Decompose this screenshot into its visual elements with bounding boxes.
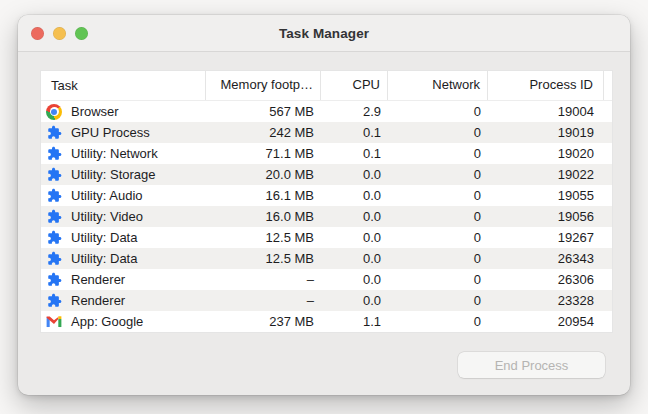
cell-network: 0 — [388, 185, 488, 206]
cell-pid: 23328 — [488, 290, 604, 311]
cell-memory: 20.0 MB — [206, 164, 321, 185]
cell-cpu: 0.0 — [321, 248, 388, 269]
cell-spacer — [604, 143, 612, 164]
cell-task: Utility: Data — [41, 248, 206, 269]
cell-pid: 19019 — [488, 122, 604, 143]
cell-spacer — [604, 311, 612, 332]
column-header-memory[interactable]: Memory footp… — [206, 71, 321, 100]
extension-puzzle-icon — [46, 230, 62, 246]
cell-task: Utility: Storage — [41, 164, 206, 185]
column-header-task[interactable]: Task — [41, 71, 206, 100]
cell-pid: 19004 — [488, 101, 604, 122]
cell-memory: 16.0 MB — [206, 206, 321, 227]
extension-puzzle-icon — [46, 125, 62, 141]
table-row[interactable]: Browser567 MB2.9019004 — [41, 101, 612, 122]
process-table: TaskMemory footp…CPUNetworkProcess ID Br… — [40, 70, 613, 333]
cell-pid: 19055 — [488, 185, 604, 206]
table-row[interactable]: Utility: Network71.1 MB0.1019020 — [41, 143, 612, 164]
table-row[interactable]: Utility: Storage20.0 MB0.0019022 — [41, 164, 612, 185]
cell-memory: 71.1 MB — [206, 143, 321, 164]
cell-task: Renderer — [41, 290, 206, 311]
cell-cpu: 0.0 — [321, 227, 388, 248]
end-process-button[interactable]: End Process — [458, 352, 605, 378]
cell-network: 0 — [388, 269, 488, 290]
cell-pid: 26306 — [488, 269, 604, 290]
cell-network: 0 — [388, 206, 488, 227]
task-label: Utility: Storage — [71, 164, 156, 185]
cell-network: 0 — [388, 122, 488, 143]
cell-spacer — [604, 248, 612, 269]
cell-pid: 26343 — [488, 248, 604, 269]
cell-spacer — [604, 269, 612, 290]
table-row[interactable]: Utility: Data12.5 MB0.0026343 — [41, 248, 612, 269]
table-row[interactable]: Renderer–0.0026306 — [41, 269, 612, 290]
cell-cpu: 0.0 — [321, 164, 388, 185]
cell-pid: 19020 — [488, 143, 604, 164]
cell-spacer — [604, 185, 612, 206]
table-row[interactable]: App: Google237 MB1.1020954 — [41, 311, 612, 332]
cell-pid: 19267 — [488, 227, 604, 248]
extension-puzzle-icon — [46, 272, 62, 288]
column-header-pid[interactable]: Process ID — [488, 71, 604, 100]
cell-cpu: 0.0 — [321, 206, 388, 227]
cell-pid: 20954 — [488, 311, 604, 332]
task-label: Browser — [71, 101, 119, 122]
window-titlebar[interactable]: Task Manager — [18, 15, 630, 52]
cell-task: Browser — [41, 101, 206, 122]
cell-spacer — [604, 101, 612, 122]
extension-puzzle-icon — [46, 251, 62, 267]
extension-puzzle-icon — [46, 167, 62, 183]
cell-cpu: 2.9 — [321, 101, 388, 122]
cell-spacer — [604, 164, 612, 185]
column-header-cpu[interactable]: CPU — [321, 71, 388, 100]
cell-task: Utility: Audio — [41, 185, 206, 206]
cell-cpu: 0.0 — [321, 269, 388, 290]
cell-cpu: 1.1 — [321, 311, 388, 332]
column-header-network[interactable]: Network — [388, 71, 488, 100]
task-label: Utility: Network — [71, 143, 158, 164]
cell-task: Utility: Network — [41, 143, 206, 164]
cell-cpu: 0.1 — [321, 143, 388, 164]
column-header-spacer — [604, 71, 612, 100]
cell-cpu: 0.0 — [321, 290, 388, 311]
task-label: Utility: Audio — [71, 185, 143, 206]
extension-puzzle-icon — [46, 209, 62, 225]
cell-network: 0 — [388, 311, 488, 332]
cell-network: 0 — [388, 227, 488, 248]
task-label: Utility: Data — [71, 227, 137, 248]
table-header: TaskMemory footp…CPUNetworkProcess ID — [41, 71, 612, 101]
extension-puzzle-icon — [46, 293, 62, 309]
cell-memory: – — [206, 269, 321, 290]
cell-memory: 12.5 MB — [206, 227, 321, 248]
task-label: Utility: Video — [71, 206, 143, 227]
cell-memory: 237 MB — [206, 311, 321, 332]
cell-cpu: 0.0 — [321, 185, 388, 206]
chrome-browser-icon — [46, 104, 62, 120]
window-title: Task Manager — [18, 15, 630, 51]
cell-pid: 19056 — [488, 206, 604, 227]
cell-task: Utility: Data — [41, 227, 206, 248]
gmail-icon — [46, 314, 62, 330]
task-label: App: Google — [71, 311, 143, 332]
cell-spacer — [604, 227, 612, 248]
extension-puzzle-icon — [46, 188, 62, 204]
cell-task: App: Google — [41, 311, 206, 332]
cell-memory: 12.5 MB — [206, 248, 321, 269]
extension-puzzle-icon — [46, 146, 62, 162]
cell-network: 0 — [388, 290, 488, 311]
task-label: Renderer — [71, 290, 125, 311]
table-row[interactable]: Utility: Data12.5 MB0.0019267 — [41, 227, 612, 248]
cell-spacer — [604, 122, 612, 143]
cell-spacer — [604, 290, 612, 311]
table-row[interactable]: GPU Process242 MB0.1019019 — [41, 122, 612, 143]
table-row[interactable]: Utility: Video16.0 MB0.0019056 — [41, 206, 612, 227]
cell-network: 0 — [388, 164, 488, 185]
table-body: Browser567 MB2.9019004GPU Process242 MB0… — [41, 101, 612, 332]
cell-network: 0 — [388, 143, 488, 164]
table-row[interactable]: Renderer–0.0023328 — [41, 290, 612, 311]
cell-cpu: 0.1 — [321, 122, 388, 143]
table-row[interactable]: Utility: Audio16.1 MB0.0019055 — [41, 185, 612, 206]
cell-memory: – — [206, 290, 321, 311]
cell-memory: 242 MB — [206, 122, 321, 143]
cell-memory: 567 MB — [206, 101, 321, 122]
